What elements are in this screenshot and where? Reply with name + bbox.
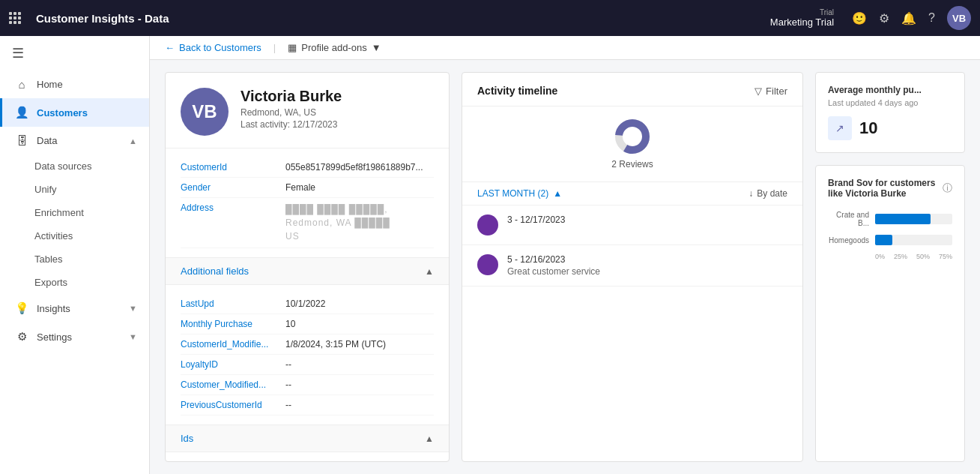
address-value: ████ ████ █████,Redmond, WA █████US	[285, 202, 390, 243]
app-grid-icon[interactable]	[9, 12, 21, 24]
address-label: Address	[181, 202, 285, 213]
address-row: Address ████ ████ █████,Redmond, WA ████…	[181, 198, 434, 248]
sidebar-item-tables[interactable]: Tables	[0, 248, 149, 271]
topnav-icons: Trial Marketing Trial 🙂 ⚙ 🔔 ? VB	[770, 6, 971, 30]
sidebar-item-enrichment[interactable]: Enrichment	[0, 201, 149, 224]
sidebar-toggle[interactable]: ☰	[0, 36, 149, 70]
sidebar-item-data-sources[interactable]: Data sources	[0, 154, 149, 178]
app-title: Customer Insights - Data	[36, 12, 761, 25]
axis-25: 25%	[894, 253, 907, 260]
sidebar: ☰ ⌂ Home 👤 Customers 🗄 Data ▲ Data sourc…	[0, 36, 150, 474]
lastupd-label: LastUpd	[181, 298, 285, 309]
tables-label: Tables	[34, 254, 63, 265]
trial-label: Trial	[820, 8, 834, 16]
avg-monthly-value: 10	[859, 118, 877, 138]
sort-icon: ↓	[748, 188, 753, 199]
activity-dot-1	[477, 214, 498, 236]
filter-button[interactable]: ▽ Filter	[754, 86, 787, 97]
additional-fields-section: LastUpd 10/1/2022 Monthly Purchase 10 Cu…	[166, 285, 449, 424]
filter-label: Filter	[766, 86, 787, 97]
settings-sidebar-icon: ⚙	[14, 330, 29, 344]
activity-period-bar: LAST MONTH (2) ▲ ↓ By date	[462, 182, 802, 206]
sidebar-insights-label: Insights	[37, 303, 70, 314]
trial-block: Trial Marketing Trial	[770, 8, 834, 28]
customer-modified-label: Customer_Modified...	[181, 380, 285, 390]
monthly-purchase-row: Monthly Purchase 10	[181, 314, 434, 334]
activities-label: Activities	[34, 230, 73, 242]
filter-icon: ▽	[754, 86, 762, 97]
top-navigation: Customer Insights - Data Trial Marketing…	[0, 0, 980, 36]
page-body: VB Victoria Burke Redmond, WA, US Last a…	[150, 60, 980, 474]
back-arrow-icon: ←	[165, 42, 175, 53]
activity-date-1: 3 - 12/17/2023	[507, 214, 565, 225]
svg-point-2	[623, 128, 641, 146]
notifications-icon[interactable]: 🔔	[901, 11, 916, 26]
sidebar-item-insights[interactable]: 💡 Insights ▼	[0, 294, 149, 322]
customerid-modified-value: 1/8/2024, 3:15 PM (UTC)	[285, 339, 386, 350]
gender-row: Gender Female	[181, 178, 434, 198]
sidebar-item-home[interactable]: ⌂ Home	[0, 70, 149, 98]
brand-sov-card: Brand Sov for customers like Victoria Bu…	[815, 165, 965, 462]
back-to-customers-link[interactable]: ← Back to Customers	[165, 42, 261, 53]
gender-label: Gender	[181, 182, 285, 193]
axis-50: 50%	[916, 253, 930, 260]
main-content: ← Back to Customers | ▦ Profile add-ons …	[150, 36, 980, 474]
previous-customerid-value: --	[285, 400, 291, 410]
customer-id-row: CustomerId 055e8517899d5ef8f19861889b7..…	[181, 158, 434, 178]
brand-bar-container-1	[875, 214, 952, 224]
customer-location: Redmond, WA, US	[241, 107, 342, 118]
customers-icon: 👤	[14, 106, 29, 119]
help-icon[interactable]: ?	[928, 11, 935, 25]
data-expand-icon: ▲	[129, 136, 137, 146]
lastupd-value: 10/1/2022	[285, 298, 325, 309]
insights-icon: 💡	[14, 302, 29, 315]
period-label[interactable]: LAST MONTH (2) ▲	[477, 188, 562, 199]
customerid-modified-label: CustomerId_Modifie...	[181, 339, 285, 350]
previous-customerid-row: PreviousCustomerId --	[181, 395, 434, 416]
activity-desc-2: Great customer service	[507, 266, 600, 277]
profile-header: VB Victoria Burke Redmond, WA, US Last a…	[166, 73, 449, 148]
customer-modified-value: --	[285, 380, 291, 390]
activity-item-1: 3 - 12/17/2023	[462, 206, 802, 245]
activity-content-2: 5 - 12/16/2023 Great customer service	[507, 254, 600, 277]
brand-bar-container-2	[875, 235, 952, 245]
settings-icon[interactable]: ⚙	[879, 11, 889, 26]
feedback-icon[interactable]: 🙂	[852, 11, 867, 26]
loyaltyid-row: LoyaltyID --	[181, 355, 434, 375]
additional-fields-chevron: ▲	[425, 266, 434, 277]
customer-id-label: CustomerId	[181, 162, 285, 172]
additional-fields-toggle[interactable]: Additional fields ▲	[166, 257, 449, 285]
sidebar-item-unify[interactable]: Unify	[0, 178, 149, 201]
enrichment-label: Enrichment	[34, 207, 84, 218]
user-avatar[interactable]: VB	[947, 6, 971, 30]
activity-item-2: 5 - 12/16/2023 Great customer service	[462, 245, 802, 286]
customer-avatar: VB	[181, 88, 229, 136]
sidebar-item-settings[interactable]: ⚙ Settings ▼	[0, 322, 149, 351]
brand-label-2: Homegoods	[828, 236, 869, 244]
loyaltyid-label: LoyaltyID	[181, 359, 285, 370]
profile-info: Victoria Burke Redmond, WA, US Last acti…	[241, 88, 342, 130]
sidebar-item-customers[interactable]: 👤 Customers	[0, 98, 149, 127]
sort-button[interactable]: ↓ By date	[748, 188, 787, 199]
profile-addon-button[interactable]: ▦ Profile add-ons ▼	[288, 42, 381, 53]
insights-panel: Average monthly pu... Last updated 4 day…	[815, 72, 965, 462]
trial-name: Marketing Trial	[770, 16, 834, 28]
customer-profile-panel: VB Victoria Burke Redmond, WA, US Last a…	[165, 72, 450, 462]
avg-monthly-card: Average monthly pu... Last updated 4 day…	[815, 72, 965, 153]
brand-card-header: Brand Sov for customers like Victoria Bu…	[828, 178, 952, 199]
sidebar-item-activities[interactable]: Activities	[0, 224, 149, 248]
brand-bar-1	[875, 214, 931, 224]
previous-customerid-label: PreviousCustomerId	[181, 400, 285, 410]
customer-name: Victoria Burke	[241, 88, 342, 105]
brand-row-1: Crate and B...	[828, 211, 952, 227]
brand-info-icon[interactable]: ⓘ	[943, 182, 952, 195]
brand-row-2: Homegoods	[828, 235, 952, 245]
ids-title: Ids	[181, 433, 193, 444]
ids-toggle[interactable]: Ids ▲	[166, 424, 449, 452]
sidebar-item-data[interactable]: 🗄 Data ▲	[0, 127, 149, 154]
sidebar-item-exports[interactable]: Exports	[0, 271, 149, 294]
sidebar-home-label: Home	[37, 79, 63, 90]
basic-fields-section: CustomerId 055e8517899d5ef8f19861889b7..…	[166, 148, 449, 257]
avg-monthly-title: Average monthly pu...	[828, 85, 952, 95]
timeline-header: Activity timeline ▽ Filter	[462, 73, 802, 106]
